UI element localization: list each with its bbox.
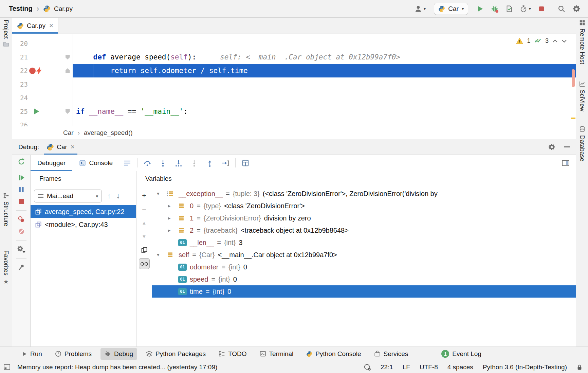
run-icon[interactable] (476, 5, 484, 13)
line-number[interactable]: 23 (12, 81, 28, 88)
line-separator[interactable]: LF (403, 363, 410, 371)
tool-window-button-sciview[interactable]: SciView (576, 81, 588, 111)
expanded-chevron-icon[interactable]: ▾ (157, 191, 167, 197)
file-encoding[interactable]: UTF-8 (420, 363, 438, 371)
mute-breakpoints-icon[interactable] (17, 227, 25, 235)
close-icon[interactable]: × (71, 143, 75, 151)
close-icon[interactable]: × (49, 22, 53, 30)
variable-row-len[interactable]: 01 __len__ = {int} 3 (152, 236, 576, 249)
collapsed-chevron-icon[interactable]: ▸ (168, 215, 178, 221)
collapsed-chevron-icon[interactable]: ▸ (168, 227, 178, 233)
tool-window-button-remote-host[interactable]: Remote Host (576, 20, 588, 64)
next-frame-icon[interactable]: ↓ (116, 192, 120, 200)
code-line-current[interactable]: return self.odometer / self.time (73, 64, 576, 77)
hide-icon[interactable] (564, 146, 570, 147)
line-number[interactable]: 25 (12, 108, 28, 115)
run-configuration-selector[interactable]: Car ▾ (434, 3, 468, 15)
pin-icon[interactable] (17, 263, 25, 271)
variable-row-1[interactable]: ▸ 1 = {ZeroDivisionError} division by ze… (152, 212, 576, 224)
move-watch-down-icon[interactable]: ▼ (139, 231, 150, 242)
fold-region-icon[interactable] (66, 55, 70, 59)
indent-style[interactable]: 4 spaces (447, 363, 473, 371)
background-tasks-icon[interactable] (364, 363, 371, 371)
variable-row-time[interactable]: 01 time = {int} 0 (152, 285, 576, 298)
code-line[interactable]: def average_speed(self):self: <__main__.… (73, 50, 576, 64)
show-watches-icon[interactable] (139, 258, 150, 269)
tool-window-button-problems[interactable]: Problems (51, 348, 96, 360)
scrollbar-thumb[interactable] (572, 69, 575, 87)
variable-row-speed[interactable]: 01 speed = {int} 0 (152, 273, 576, 285)
duplicate-watch-icon[interactable] (139, 245, 150, 255)
tab-console[interactable]: Console (72, 155, 120, 171)
step-out-icon[interactable] (202, 155, 218, 171)
tool-window-button-run[interactable]: Run (18, 348, 46, 360)
line-number[interactable]: 22 (12, 67, 28, 74)
tool-window-button-terminal[interactable]: Terminal (256, 348, 298, 360)
breadcrumb-method[interactable]: average_speed() (84, 129, 133, 137)
search-icon[interactable] (557, 5, 566, 13)
pause-icon[interactable] (17, 185, 25, 194)
chevron-down-icon[interactable] (562, 39, 567, 43)
step-into-my-code-icon[interactable] (171, 155, 186, 171)
warning-count[interactable]: 1 (527, 37, 530, 45)
line-number[interactable]: 21 (12, 53, 28, 61)
stop-icon[interactable] (17, 197, 25, 206)
run-with-coverage-icon[interactable] (506, 5, 513, 13)
view-breakpoints-icon[interactable] (17, 215, 25, 224)
fold-region-icon[interactable] (66, 68, 70, 73)
variable-row-2[interactable]: ▸ 2 = {traceback} <traceback object at 0… (152, 224, 576, 236)
variable-row-odometer[interactable]: 01 odometer = {int} 0 (152, 261, 576, 273)
frame-row-average-speed[interactable]: average_speed, Car.py:22 (31, 205, 136, 218)
code-line[interactable] (73, 91, 576, 105)
editor-tab-carpy[interactable]: Car.py × (12, 18, 58, 34)
caret-position[interactable]: 22:1 (381, 363, 393, 371)
resume-icon[interactable] (17, 174, 25, 182)
add-watch-icon[interactable]: + (139, 190, 150, 201)
user-menu-button[interactable]: ▾ (414, 5, 426, 13)
status-message[interactable]: Memory use report: Heap dump has been cr… (17, 363, 217, 371)
code-line[interactable]: if __name__ == '__main__': (73, 105, 576, 118)
breadcrumb-file[interactable]: Car.py (54, 5, 73, 13)
stop-icon[interactable] (538, 5, 545, 13)
breadcrumb-class[interactable]: Car (63, 129, 74, 137)
breakpoint-icon[interactable] (29, 68, 36, 74)
fold-region-icon[interactable] (66, 109, 70, 114)
run-to-cursor-icon[interactable] (218, 155, 233, 171)
debugger-settings-icon[interactable] (17, 245, 26, 253)
tool-window-button-event-log[interactable]: 1 Event Log (437, 348, 485, 360)
line-number[interactable]: 26 (12, 121, 28, 126)
tab-debugger[interactable]: Debugger (31, 155, 72, 171)
tool-windows-toggle-icon[interactable] (3, 364, 11, 370)
expanded-chevron-icon[interactable]: ▾ (157, 252, 167, 258)
tool-window-button-favorites[interactable]: Favorites ★ (0, 250, 12, 285)
frame-row-module[interactable]: <module>, Car.py:43 (31, 218, 136, 231)
tool-window-button-database[interactable]: Database (576, 126, 588, 161)
variable-row-self[interactable]: ▾ self = {Car} <__main__.Car object at 0… (152, 249, 576, 261)
chevron-up-icon[interactable] (552, 39, 558, 43)
tool-window-button-python-console[interactable]: Python Console (302, 348, 365, 360)
step-over-icon[interactable] (140, 155, 155, 171)
python-interpreter[interactable]: Python 3.6 (In-Depth-Testing) (483, 363, 567, 371)
code-line[interactable] (73, 118, 576, 126)
force-step-into-icon[interactable] (186, 155, 202, 171)
lock-icon[interactable] (576, 364, 583, 371)
tool-window-button-debug[interactable]: Debug (100, 348, 137, 360)
tool-window-button-services[interactable]: Services (370, 348, 412, 360)
run-line-icon[interactable] (34, 108, 39, 114)
thread-selector[interactable]: Mai...ead ▾ (34, 190, 102, 202)
layout-settings-icon[interactable] (562, 159, 570, 167)
tool-window-button-todo[interactable]: TODO (215, 348, 251, 360)
warning-icon[interactable] (516, 38, 523, 44)
remove-watch-icon[interactable]: − (139, 204, 150, 215)
line-number[interactable]: 24 (12, 94, 28, 102)
evaluate-expression-icon[interactable] (238, 155, 253, 171)
breadcrumb-project[interactable]: Testing (9, 5, 33, 13)
tool-window-button-python-packages[interactable]: Python Packages (142, 348, 210, 360)
debug-icon[interactable] (491, 5, 499, 13)
profiler-button[interactable]: ▾ (520, 5, 531, 13)
view-options-icon[interactable] (120, 155, 135, 171)
code-line[interactable] (73, 77, 576, 91)
gear-icon[interactable] (548, 143, 555, 151)
rerun-icon[interactable] (17, 158, 25, 166)
variable-row-exception[interactable]: ▾ __exception__ = {tuple: 3} (<class 'Ze… (152, 188, 576, 200)
